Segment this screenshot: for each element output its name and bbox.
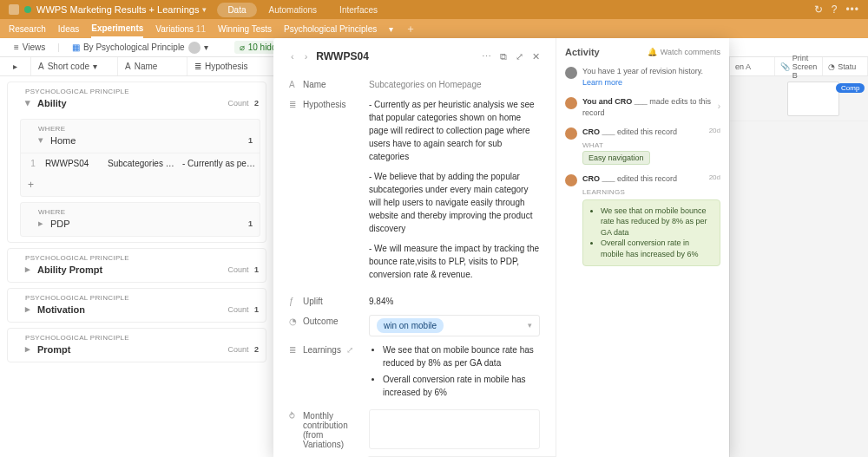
- select-icon: ◔: [289, 317, 298, 325]
- field-value[interactable]: - Currently as per heuristic analysis we…: [369, 98, 540, 288]
- learning-item: We see that on mobile bounce rate has re…: [601, 206, 713, 238]
- watch-comments-button[interactable]: 🔔Watch comments: [648, 48, 720, 56]
- field-value[interactable]: [369, 409, 540, 449]
- outcome-select[interactable]: win on mobile ▾: [369, 315, 540, 336]
- subgroup-title[interactable]: ▾Home1: [21, 133, 260, 153]
- history-icon[interactable]: ↻: [814, 3, 823, 16]
- menu-icon: ≡: [14, 42, 19, 52]
- tab-experiments[interactable]: Experiments: [91, 20, 143, 38]
- info-icon: [565, 67, 577, 79]
- cell-short-code: RWWPS04: [45, 159, 104, 168]
- text-icon: A: [125, 62, 131, 71]
- views-button[interactable]: ≡Views: [9, 41, 50, 54]
- group-section-label: Psychological Principle: [8, 249, 266, 262]
- group-section-label: Psychological Principle: [8, 289, 266, 302]
- learning-item: Overall conversion rate in mobile has in…: [601, 238, 713, 259]
- tab-caret[interactable]: ▾: [389, 21, 393, 37]
- field-value[interactable]: Subcategories on Homepage: [369, 78, 540, 91]
- close-icon[interactable]: ✕: [532, 51, 540, 62]
- grid-icon: ▦: [72, 42, 80, 52]
- table-row[interactable]: 1 RWWPS04 Subcategories on Homepage - Cu…: [21, 153, 260, 173]
- what-pill: Easy navigation: [582, 151, 650, 165]
- field-hypothesis: ≣Hypothesis - Currently as per heuristic…: [289, 98, 540, 288]
- cell-hypothesis: - Currently as per heuristic a... we see…: [182, 159, 256, 168]
- activity-time: 20d: [709, 173, 720, 181]
- longtext-icon: ≣: [289, 100, 298, 108]
- outcome-tag: win on mobile: [377, 318, 444, 333]
- chevron-right-icon: ▸: [25, 304, 34, 315]
- help-icon[interactable]: ?: [832, 3, 838, 16]
- bell-icon: 🔔: [648, 48, 657, 56]
- rollup-icon: ⥁: [289, 411, 298, 420]
- tab-research[interactable]: Research: [9, 21, 46, 37]
- group-ability-prompt: Psychological Principle ▸Ability PromptC…: [7, 248, 266, 283]
- col-hypothesis[interactable]: ≣Hypothesis: [187, 57, 274, 75]
- table-row[interactable]: Comp: [730, 76, 868, 121]
- field-monthly-contribution: ⥁Monthly contribution (from Variations): [289, 409, 540, 449]
- field-name: AName Subcategories on Homepage: [289, 78, 540, 91]
- select-icon: ◔: [828, 62, 835, 71]
- subgroup-title[interactable]: ▸PDP1: [21, 216, 260, 236]
- copy-icon[interactable]: ⧉: [500, 51, 507, 62]
- learnings-card: We see that on mobile bounce rate has re…: [582, 199, 720, 266]
- tab-ideas[interactable]: Ideas: [58, 21, 79, 37]
- tab-variations[interactable]: Variations 11: [155, 21, 206, 37]
- field-value[interactable]: 9.84%: [369, 295, 540, 308]
- group-title[interactable]: ▸Ability PromptCount 1: [8, 262, 266, 282]
- activity-info: You have 1 year of revision history. Lea…: [565, 66, 720, 88]
- attachment-thumb: [787, 82, 839, 116]
- field-learnings: ≣Learnings ⤢ We see that on mobile bounc…: [289, 343, 540, 402]
- formula-icon: ƒ: [289, 297, 298, 305]
- app-header: WWPS Marketing Results + Learnings ▾ Dat…: [0, 0, 868, 19]
- chevron-right-icon: ▸: [25, 264, 34, 275]
- activity-title: Activity: [565, 47, 600, 57]
- grid-body: Psychological Principle ▾AbilityCount 2 …: [0, 76, 273, 457]
- tab-psychological-principles[interactable]: Psychological Principles: [284, 21, 377, 37]
- group-motivation: Psychological Principle ▸MotivationCount…: [7, 288, 266, 323]
- col-short-code[interactable]: AShort code ▾: [31, 57, 118, 75]
- expand-all[interactable]: ▸: [0, 57, 31, 75]
- base-title[interactable]: WWPS Marketing Results + Learnings: [36, 4, 199, 15]
- expand-field-icon[interactable]: ⤢: [346, 345, 353, 355]
- svg-rect-0: [9, 4, 19, 15]
- next-record-icon[interactable]: ›: [303, 51, 310, 62]
- chevron-right-icon: ›: [718, 101, 720, 111]
- status-dot: [24, 6, 31, 13]
- attachment-icon: 📎: [780, 62, 790, 71]
- prev-record-icon[interactable]: ‹: [289, 51, 296, 62]
- view-picker[interactable]: ▦By Psychological Principle ▾: [67, 40, 214, 55]
- tab-interfaces[interactable]: Interfaces: [329, 3, 388, 17]
- tab-winning-tests[interactable]: Winning Tests: [218, 21, 272, 37]
- chevron-down-icon[interactable]: ▾: [202, 5, 207, 14]
- activity-entry: CRO ___ edited this record WHAT Easy nav…: [565, 127, 720, 165]
- more-icon[interactable]: ⋯: [482, 51, 491, 62]
- expand-icon[interactable]: ⤢: [516, 51, 523, 62]
- group-title[interactable]: ▾AbilityCount 2: [8, 95, 266, 115]
- activity-entry[interactable]: You and CRO ___ made edits to this recor…: [565, 96, 720, 118]
- record-panel: ‹ › RWWPS04 ⋯ ⧉ ⤢ ✕ AName Subcategories …: [273, 38, 729, 457]
- subgroup-home: WHERE ▾Home1 1 RWWPS04 Subcategories on …: [20, 119, 260, 197]
- col-screen-b[interactable]: 📎Print Screen B: [775, 57, 824, 75]
- learn-more-link[interactable]: Learn more: [582, 78, 622, 87]
- chevron-down-icon: ▾: [25, 97, 34, 108]
- group-title[interactable]: ▸PromptCount 2: [8, 342, 266, 362]
- tab-automations[interactable]: Automations: [259, 3, 328, 17]
- field-value[interactable]: We see that on mobile bounce rate has re…: [369, 343, 540, 402]
- col-screen-a[interactable]: en A: [730, 57, 775, 75]
- activity-entry: CRO ___ edited this record LEARNINGS We …: [565, 173, 720, 266]
- longtext-icon: ≣: [289, 345, 298, 354]
- chevron-down-icon: ▾: [528, 320, 532, 332]
- more-icon[interactable]: •••: [845, 3, 859, 16]
- tab-data[interactable]: Data: [217, 3, 256, 17]
- avatar: [565, 174, 577, 186]
- learning-item: We see that on mobile bounce rate has re…: [383, 343, 540, 369]
- add-table-icon[interactable]: ＋: [405, 22, 416, 36]
- group-title[interactable]: ▸MotivationCount 1: [8, 302, 266, 322]
- col-status[interactable]: ◔Statu: [823, 57, 868, 75]
- base-icon: [9, 4, 19, 15]
- row-index: 1: [24, 159, 42, 168]
- table-tabs: Research Ideas Experiments Variations 11…: [0, 19, 868, 38]
- add-row-button[interactable]: +: [21, 173, 260, 196]
- col-name[interactable]: AName: [118, 57, 187, 75]
- chevron-down-icon: ▾: [38, 134, 47, 146]
